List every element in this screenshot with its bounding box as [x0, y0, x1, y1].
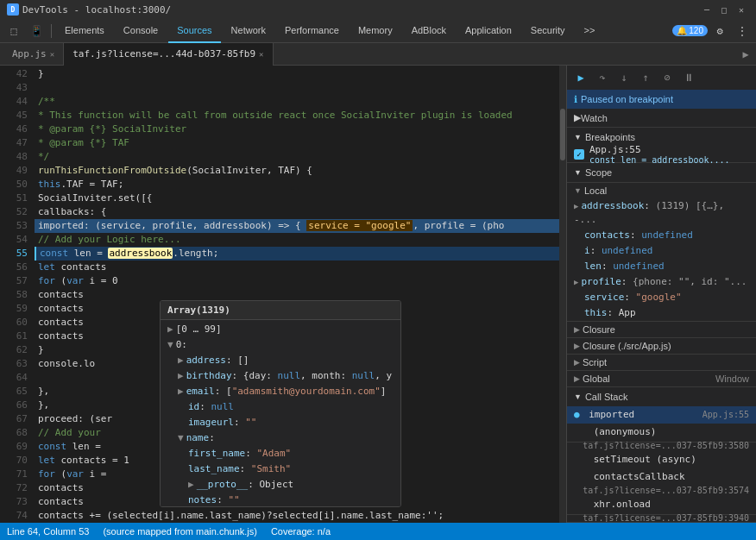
favicon-icon: D [7, 3, 19, 16]
script-scope-title[interactable]: ▶ Script [567, 354, 756, 370]
scope-section: ▼ Scope ▼ Local ▶addressbook: (1319) [{…… [567, 163, 756, 387]
window-title: DevTools - localhost:3000/ [22, 4, 699, 16]
tooltip-row[interactable]: ▶__proto__: Object [161, 477, 400, 493]
watch-label: Watch [581, 113, 608, 123]
debug-controls: ▶ ↷ ↓ ↑ ⊘ ⏸ [567, 66, 756, 90]
breakpoints-section: ▼ Breakpoints ✓ App.js:55 const len = ad… [567, 128, 756, 163]
code-line-49: runThisFunctionFromOutside(SocialInviter… [35, 164, 559, 178]
file-tab-appjs[interactable]: App.js ✕ [3, 43, 64, 66]
maximize-button[interactable]: □ [716, 2, 732, 17]
file-tab-close[interactable]: ✕ [50, 50, 54, 59]
code-line-43 [35, 81, 559, 95]
execute-icon[interactable]: ▶ [739, 46, 756, 63]
breakpoints-expand-icon: ▼ [574, 133, 582, 141]
tab-network[interactable]: Network [223, 19, 274, 43]
global-val: Window [715, 374, 749, 384]
scope-item-addressbook[interactable]: ▶addressbook: (1319) [{…}, -... [567, 198, 756, 228]
bp-file: App.js:55 [589, 144, 730, 155]
close-button[interactable]: ✕ [734, 2, 749, 17]
tab-console[interactable]: Console [115, 19, 167, 43]
right-panel: ▶ ↷ ↓ ↑ ⊘ ⏸ ℹ Paused on breakpoint ▶ Wat… [566, 66, 756, 523]
tab-more[interactable]: >> [576, 19, 604, 43]
tab-application[interactable]: Application [457, 19, 520, 43]
settings-icon[interactable]: ⚙ [709, 21, 730, 41]
call-stack-item-anonymous[interactable]: (anonymous) taf.js?license=...037-85fb9:… [567, 424, 756, 441]
status-bar: Line 64, Column 53 (source mapped from m… [0, 523, 756, 540]
tooltip-row[interactable]: first_name: "Adam" [161, 446, 400, 462]
line-numbers: 4243444546 4748495051 525354 55 56575859… [0, 66, 35, 523]
tooltip-row[interactable]: ▶email: ["adamsmith@yourdomain.com"] [161, 384, 400, 399]
scope-header[interactable]: ▼ Scope [567, 163, 756, 182]
pause-exceptions-button[interactable]: ⏸ [678, 68, 699, 87]
scope-item-profile[interactable]: ▶profile: {phone: "", id: "... [567, 274, 756, 290]
tab-performance[interactable]: Performance [276, 19, 348, 43]
tooltip-row[interactable]: ▶[0 … 99] [161, 322, 400, 337]
more-options-icon[interactable]: ⋮ [732, 21, 753, 41]
local-scope-title[interactable]: ▼ Local [567, 182, 756, 198]
title-bar: D DevTools - localhost:3000/ ─ □ ✕ [0, 0, 756, 19]
global-scope-title[interactable]: ▶ Global Window [567, 370, 756, 386]
tooltip-row[interactable]: id: null [161, 399, 400, 415]
file-tab-tafjs[interactable]: taf.js?license=...44d-b037-85fb9 ✕ [64, 43, 273, 66]
closure-scope-title[interactable]: ▶ Closure [567, 321, 756, 337]
scope-item-i: i: undefined [567, 243, 756, 259]
resume-button[interactable]: ▶ [570, 68, 591, 87]
code-line-47: * @param {*} TAF [35, 136, 559, 150]
cs-name-xhr: xhr.onload [594, 499, 651, 510]
tooltip-row[interactable]: ▶birthday: {day: null, month: null, y [161, 368, 400, 384]
watch-header[interactable]: ▶ Watch [567, 109, 756, 128]
cs-name-contactscallback: contactsCallback [594, 471, 685, 482]
vertical-scrollbar[interactable] [559, 66, 566, 523]
closure-app-scope-title[interactable]: ▶ Closure (./src/App.js) [567, 337, 756, 354]
step-over-button[interactable]: ↷ [592, 68, 613, 87]
window-controls: ─ □ ✕ [699, 2, 749, 17]
tab-memory[interactable]: Memory [350, 19, 401, 43]
tooltip-row[interactable]: last_name: "Smith" [161, 462, 400, 477]
code-line-42: } [35, 67, 559, 81]
tab-adblock[interactable]: AdBlock [403, 19, 455, 43]
call-stack-header[interactable]: ▼ Call Stack [567, 387, 756, 406]
inspect-icon[interactable]: ⬚ [3, 21, 24, 41]
status-source: (source mapped from main.chunk.js) [103, 526, 257, 537]
watch-expand-icon: ▶ [574, 112, 581, 123]
scope-label: Scope [585, 167, 612, 178]
deactivate-button[interactable]: ⊘ [657, 68, 677, 87]
tooltip-row[interactable]: imageurl: "" [161, 415, 400, 430]
code-line-52: callbacks: { [35, 205, 559, 219]
minimize-button[interactable]: ─ [699, 2, 715, 17]
variable-tooltip: Array(1319) ▶[0 … 99] ▼0: ▶address: [] ▶… [160, 300, 401, 507]
code-line-44: /** [35, 95, 559, 109]
breakpoint-item[interactable]: ✓ App.js:55 const len = addressbook.... [567, 147, 756, 162]
tooltip-row[interactable]: ▼name: [161, 430, 400, 446]
bp-checkbox[interactable]: ✓ [574, 149, 584, 160]
tooltip-row[interactable]: ▼0: [161, 337, 400, 353]
status-coverage: Coverage: n/a [271, 526, 331, 537]
device-icon[interactable]: 📱 [26, 21, 47, 41]
tab-sources[interactable]: Sources [168, 19, 220, 43]
tooltip-row[interactable]: notes: "" [161, 493, 400, 507]
code-line-48: */ [35, 150, 559, 164]
step-into-button[interactable]: ↓ [614, 68, 634, 87]
call-stack-label: Call Stack [585, 392, 628, 402]
call-stack-expand-icon: ▼ [574, 392, 582, 401]
file-tab-close[interactable]: ✕ [259, 50, 263, 59]
status-line-col: Line 64, Column 53 [7, 526, 89, 537]
file-tab-label: taf.js?license=...44d-b037-85fb9 [72, 48, 255, 60]
scrollbar-thumb[interactable] [560, 109, 565, 160]
main-toolbar: ⬚ 📱 Elements Console Sources Network Per… [0, 19, 756, 43]
code-line-53: imported: (service, profile, addressbook… [35, 219, 559, 233]
tab-elements[interactable]: Elements [56, 19, 113, 43]
cs-name-imported: imported [589, 409, 634, 420]
call-stack-section: ▼ Call Stack ● imported App.js:55 (anony… [567, 387, 756, 523]
call-stack-item-contactscallback[interactable]: contactsCallback taf.js?license=...037-8… [567, 468, 756, 486]
code-line-45: * This function will be call from outsid… [35, 109, 559, 122]
tooltip-row[interactable]: ▶address: [] [161, 353, 400, 368]
tab-security[interactable]: Security [522, 19, 574, 43]
cs-file-xhr: taf.js?license=...037-85fb9:3940 [583, 512, 749, 523]
notification-badge: 🔔 120 [672, 25, 708, 36]
scope-expand-icon: ▼ [574, 168, 582, 177]
code-line-46: * @param {*} SocialInviter [35, 122, 559, 136]
call-stack-item-imported[interactable]: ● imported App.js:55 [567, 406, 756, 424]
scope-item-contacts: contacts: undefined [567, 228, 756, 243]
step-out-button[interactable]: ↑ [635, 68, 656, 87]
